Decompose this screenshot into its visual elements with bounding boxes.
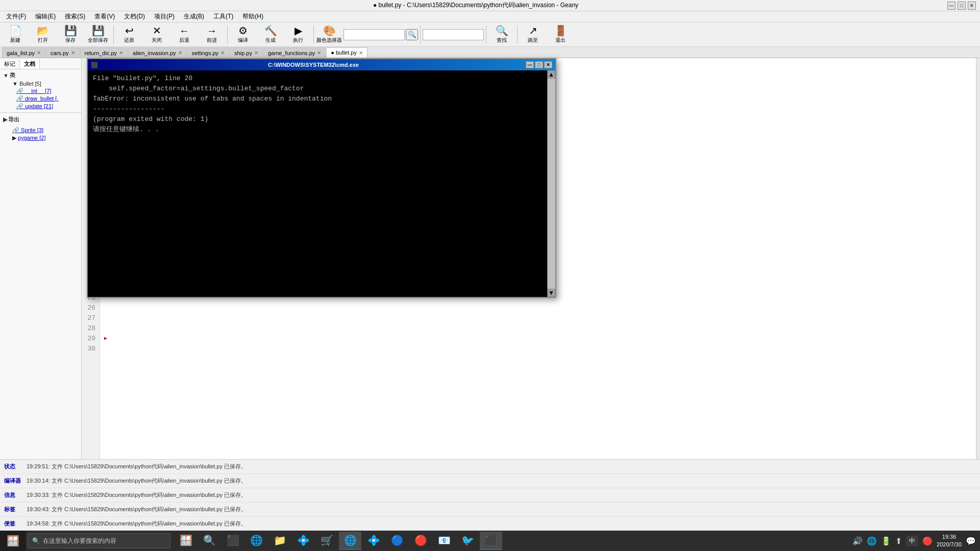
sidebar-item-update[interactable]: 🔗 update [21] xyxy=(0,103,81,110)
tab-close-btn[interactable]: ✕ xyxy=(220,50,225,56)
sidebar-item-draw[interactable]: 🔗 draw_bullet [. xyxy=(0,95,81,103)
init-link[interactable]: 🔗 __int__ [7] xyxy=(16,88,51,94)
toolbar-btn-打开[interactable]: 📂打开 xyxy=(30,23,56,46)
menu-item[interactable]: 项目(P) xyxy=(150,11,179,22)
tab-close-btn[interactable]: ✕ xyxy=(317,50,321,56)
toolbar-jump-area xyxy=(423,29,484,40)
taskbar-item-task-view[interactable]: ⬛ xyxy=(222,532,244,550)
tab-ship.py[interactable]: ship.py✕ xyxy=(230,47,263,58)
tab-label: game_functions.py xyxy=(268,50,315,56)
sidebar-item-bullet[interactable]: ▼ Bullet [5] xyxy=(0,80,81,87)
menu-item[interactable]: 编辑(E) xyxy=(31,11,60,22)
toolbar-btn-编译[interactable]: ⚙编译 xyxy=(230,23,256,46)
toolbar-label-执行: 执行 xyxy=(293,37,303,44)
tab-close-btn[interactable]: ✕ xyxy=(359,50,363,56)
tab-label: ship.py xyxy=(234,50,252,56)
taskbar-item-visual-studio[interactable]: 🔵 xyxy=(386,532,408,550)
taskbar-item-cmd-taskbar[interactable]: ⬛ xyxy=(480,532,502,550)
taskbar-item-windows-start[interactable]: 🪟 xyxy=(175,532,197,550)
menu-item[interactable]: 搜索(S) xyxy=(61,11,89,22)
menu-item[interactable]: 文档(D) xyxy=(120,11,149,22)
toolbar-btn-查找[interactable]: 🔍查找 xyxy=(488,23,515,46)
tab-cars.py[interactable]: cars.py✕ xyxy=(46,47,79,58)
tab-bullet.py[interactable]: ● bullet.py✕ xyxy=(326,47,368,58)
tray-icon[interactable]: 🔊 xyxy=(852,536,863,546)
tab-return_dic.py[interactable]: return_dic.py✕ xyxy=(80,47,128,58)
scroll-up-btn[interactable]: ▲ xyxy=(548,70,555,79)
line-number: 30 xyxy=(82,344,97,354)
cmd-scrollbar[interactable]: ▲ ▼ xyxy=(547,70,555,297)
cmd-close-btn[interactable]: ✕ xyxy=(544,61,552,68)
toolbar-btn-颜色选择器[interactable]: 🎨颜色选择器 xyxy=(316,23,342,46)
tray-icon[interactable]: 🌐 xyxy=(867,536,877,546)
tab-close-btn[interactable]: ✕ xyxy=(119,50,123,56)
menu-item[interactable]: 帮助(H) xyxy=(238,11,267,22)
tray-icon[interactable]: ⬆ xyxy=(895,536,902,546)
notification-icon[interactable]: 💬 xyxy=(966,536,976,546)
taskbar-item-chrome-browser[interactable]: 🌐 xyxy=(339,532,361,550)
find-button[interactable]: 🔍 xyxy=(406,29,418,40)
tab-label: settings.py xyxy=(192,50,219,56)
toolbar-btn-退出[interactable]: 🚪退出 xyxy=(547,23,574,46)
sidebar-item-init[interactable]: 🔗 __int__ [7] xyxy=(0,87,81,95)
taskbar-item-app-1[interactable]: 💠 xyxy=(292,532,314,550)
menu-item[interactable]: 文件(F) xyxy=(2,11,30,22)
language-indicator[interactable]: 中 xyxy=(906,536,918,546)
tab-close-btn[interactable]: ✕ xyxy=(37,50,41,56)
taskbar-item-app-3[interactable]: 🔴 xyxy=(409,532,432,550)
toolbar-btn-新建[interactable]: 📄新建 xyxy=(2,23,29,46)
cmd-minimize-btn[interactable]: — xyxy=(526,61,534,68)
tab-close-btn[interactable]: ✕ xyxy=(178,50,182,56)
search-input[interactable] xyxy=(344,29,405,40)
cmd-maximize-btn[interactable]: □ xyxy=(535,61,543,68)
tab-close-btn[interactable]: ✕ xyxy=(254,50,258,56)
tab-alien_invasion.py[interactable]: alien_invasion.py✕ xyxy=(128,47,186,58)
minimize-button[interactable]: — xyxy=(947,2,955,10)
toolbar-btn-生成[interactable]: 🔨生成 xyxy=(257,23,284,46)
toolbar-btn-跳至[interactable]: ↗跳至 xyxy=(520,23,546,46)
menu-item[interactable]: 生成(B) xyxy=(180,11,208,22)
toolbar-btn-后退[interactable]: ←后退 xyxy=(171,23,198,46)
sidebar-tab-documents[interactable]: 文档 xyxy=(20,59,40,69)
toolbar-btn-全部保存[interactable]: 💾全部保存 xyxy=(85,23,111,46)
menu-item[interactable]: 查看(V) xyxy=(90,11,119,22)
menu-item[interactable]: 工具(T) xyxy=(209,11,237,22)
code-line: ▶ xyxy=(104,334,976,344)
toolbar-btn-执行[interactable]: ▶执行 xyxy=(285,23,311,46)
taskbar-item-app-2[interactable]: 💠 xyxy=(362,532,385,550)
pygame-link[interactable]: pygame [2] xyxy=(18,135,45,141)
tab-close-btn[interactable]: ✕ xyxy=(71,50,75,56)
toolbar-btn-还原[interactable]: ↩还原 xyxy=(116,23,142,46)
close-button[interactable]: ✕ xyxy=(968,2,976,10)
taskbar-item-file-explorer[interactable]: 📁 xyxy=(268,532,291,550)
toolbar-btn-前进[interactable]: →前进 xyxy=(199,23,225,46)
toolbar-btn-关闭[interactable]: ✕关闭 xyxy=(143,23,170,46)
taskbar-item-store[interactable]: 🛒 xyxy=(315,532,338,550)
taskbar-item-search-taskbar[interactable]: 🔍 xyxy=(198,532,220,550)
tray-icon[interactable]: 🔋 xyxy=(881,536,891,546)
toolbar-separator xyxy=(113,26,114,44)
taskbar-item-mail[interactable]: 📧 xyxy=(433,532,455,550)
sprite-link[interactable]: 🔗 Sprite [3] xyxy=(12,127,43,133)
taskbar-search[interactable]: 🔍 在这里输入你要搜索的内容 xyxy=(28,533,170,548)
sidebar-item-pygame[interactable]: ▶ pygame [2] xyxy=(0,134,81,142)
draw-link[interactable]: 🔗 draw_bullet [. xyxy=(16,95,58,102)
start-button[interactable]: 🪟 xyxy=(0,531,26,551)
taskbar-item-app-4[interactable]: 🐦 xyxy=(456,532,479,550)
taskbar-icon-mail: 📧 xyxy=(438,534,451,546)
sidebar-tab-bookmarks[interactable]: 标记 xyxy=(0,59,20,69)
scroll-down-btn[interactable]: ▼ xyxy=(548,289,555,297)
taskbar-icon-edge-browser: 🌐 xyxy=(250,534,263,546)
title-text: ● bullet.py - C:\Users\15829\Documents\p… xyxy=(4,1,947,10)
tab-game_functions.py[interactable]: game_functions.py✕ xyxy=(263,47,326,58)
maximize-button[interactable]: □ xyxy=(958,2,966,10)
sidebar-item-sprite[interactable]: 🔗 Sprite [3] xyxy=(0,127,81,134)
jump-input[interactable] xyxy=(423,29,484,40)
update-link[interactable]: 🔗 update [21] xyxy=(16,103,53,109)
system-clock[interactable]: 19:362020/7/30 xyxy=(937,533,962,549)
tab-gala_list.py[interactable]: gala_list.py✕ xyxy=(2,47,45,58)
taskbar-item-edge-browser[interactable]: 🌐 xyxy=(245,532,267,550)
toolbar-btn-保存[interactable]: 💾保存 xyxy=(57,23,84,46)
taskbar-icon-windows-start: 🪟 xyxy=(180,534,192,546)
tab-settings.py[interactable]: settings.py✕ xyxy=(187,47,230,58)
